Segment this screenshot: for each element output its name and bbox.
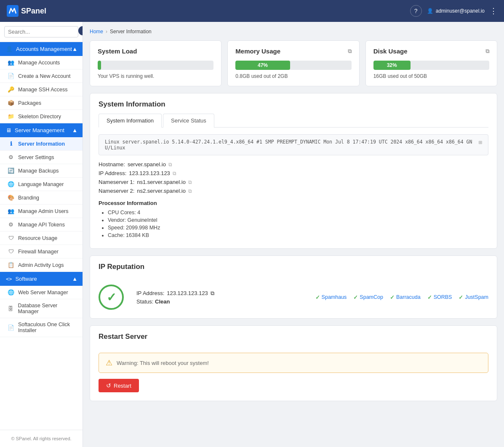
create-account-icon: 📄 (8, 73, 14, 79)
branding-label: Branding (18, 195, 39, 201)
breadcrumb: Home › Server Information (90, 29, 497, 35)
ip-copy-btn[interactable]: ⧉ (173, 170, 176, 176)
ip-rep-addr-value: 123.123.123.123 (167, 290, 208, 296)
sidebar-section-software[interactable]: <> Software ▲ (0, 272, 83, 286)
software-section-icon: <> (6, 276, 12, 282)
ip-status-value: Clean (155, 298, 170, 305)
sidebar-item-manage-accounts[interactable]: 👥 Manage Accounts (0, 56, 83, 69)
ns1-value: ns1.server.spanel.io (137, 179, 186, 185)
disk-usage-title: Disk Usage ⧉ (373, 48, 489, 55)
branding-icon: 🎨 (8, 194, 14, 201)
softaculous-icon: 📄 (8, 325, 14, 331)
sorbs-label: SORBS (434, 294, 452, 300)
logo-text: SPanel (21, 7, 46, 16)
accounts-chevron: ▲ (72, 46, 77, 52)
more-options-button[interactable]: ⋮ (490, 6, 497, 16)
ip-shield-check-icon: ✓ (107, 290, 116, 304)
hostname-copy-btn[interactable]: ⧉ (168, 162, 172, 168)
section-left-software: <> Software (6, 276, 37, 282)
barracuda-check-icon: ✓ (390, 294, 395, 301)
disk-copy-icon[interactable]: ⧉ (485, 48, 489, 55)
hostname-value: server.spanel.io (128, 161, 166, 168)
sidebar-footer: © SPanel. All rights reserved. (0, 430, 83, 447)
section-left-accounts: 👤 Accounts Management (6, 46, 72, 52)
logo: SPanel (7, 5, 46, 17)
software-chevron: ▲ (72, 276, 77, 282)
sidebar-section-server[interactable]: 🖥 Server Management ▲ (0, 123, 83, 137)
system-info-tabs: System Information Service Status (99, 114, 488, 128)
manage-admin-users-icon: 👥 (8, 208, 14, 214)
manage-api-tokens-icon: ⚙ (8, 221, 14, 228)
sidebar-item-create-account[interactable]: 📄 Create a New Account (0, 69, 83, 83)
sidebar-section-accounts[interactable]: 👤 Accounts Management ▲ (0, 42, 83, 56)
memory-percent: 47% (258, 62, 268, 68)
restart-title: Restart Server (99, 333, 488, 341)
proc-item-3: Cache: 16384 KB (108, 232, 488, 238)
search-input[interactable] (8, 29, 79, 35)
proc-item-2: Speed: 2099.998 MHz (108, 225, 488, 231)
ns1-copy-btn[interactable]: ⧉ (188, 179, 192, 185)
stats-row: System Load Your VPS is running well. Me… (90, 40, 497, 86)
ip-rep-addr-row: IP Address: 123.123.123.123 ⧉ (136, 290, 303, 297)
sidebar-item-skeleton-dir[interactable]: 📁 Skeleton Directory (0, 110, 83, 123)
activity-logs-icon: 📋 (8, 262, 14, 268)
sidebar-item-server-info[interactable]: ℹ Server Information (0, 137, 83, 151)
system-info-card-body: Linux server.spanel.io 5.14.0-427.24.1.e… (90, 128, 497, 248)
activity-logs-label: Admin Activity Logs (18, 262, 64, 268)
ip-status-label: Status: (136, 298, 153, 305)
restart-card-header: Restart Server (90, 326, 497, 341)
sidebar-item-manage-ssh[interactable]: 🔑 Manage SSH Access (0, 83, 83, 96)
ns1-label: Nameserver 1: (99, 179, 134, 185)
restart-button[interactable]: ↺ Restart (99, 379, 139, 392)
ip-rep-addr-label: IP Address: (136, 290, 164, 296)
barracuda-label: Barracuda (396, 294, 421, 300)
memory-copy-icon[interactable]: ⧉ (348, 48, 352, 55)
breadcrumb-current: Server Information (110, 29, 152, 35)
breadcrumb-home[interactable]: Home (90, 29, 103, 35)
spamcop-check-icon: ✓ (353, 294, 358, 301)
manage-accounts-icon: 👥 (8, 59, 14, 66)
sidebar-item-packages[interactable]: 📦 Packages (0, 96, 83, 110)
sidebar-item-activity-logs[interactable]: 📋 Admin Activity Logs (0, 258, 83, 272)
memory-used: 0.8GB used out of 2GB (235, 73, 351, 79)
sidebar-item-database-server-manager[interactable]: 🗄 Database Server Manager (0, 299, 83, 318)
ns2-value: ns2.server.spanel.io (137, 188, 186, 194)
disk-bar-bg: 32% (373, 61, 489, 70)
sidebar-item-web-server-manager[interactable]: 🌐 Web Server Manager (0, 286, 83, 299)
section-left-server: 🖥 Server Management (6, 127, 64, 133)
restart-icon: ↺ (106, 382, 111, 389)
help-icon: ? (414, 8, 418, 14)
memory-usage-card: Memory Usage ⧉ 47% 0.8GB used out of 2GB (227, 40, 359, 86)
hostname-row: Hostname: server.spanel.io ⧉ (99, 161, 488, 168)
firewall-manager-icon: 🛡 (8, 248, 14, 255)
user-info[interactable]: 👤 adminuser@spanel.io (427, 8, 485, 14)
ip-rep-copy-btn[interactable]: ⧉ (211, 290, 214, 297)
sidebar-item-resource-usage[interactable]: 🛡 Resource Usage (0, 231, 83, 245)
server-settings-label: Server Settings (18, 154, 54, 160)
manage-api-tokens-label: Manage API Tokens (18, 222, 65, 228)
softaculous-label: Softaculous One Click Installer (18, 322, 77, 333)
restart-button-label: Restart (114, 383, 131, 389)
system-load-status: Your VPS is running well. (98, 73, 213, 79)
tab-service-status[interactable]: Service Status (163, 114, 214, 128)
sidebar-item-language-manager[interactable]: 🌐 Language Manager (0, 178, 83, 191)
sidebar-item-manage-backups[interactable]: 🔄 Manage Backups (0, 164, 83, 178)
system-load-bar-bg (98, 61, 213, 70)
help-button[interactable]: ? (410, 5, 422, 17)
kernel-copy-icon[interactable]: ⊞ (479, 139, 482, 146)
sidebar-item-server-settings[interactable]: ⚙ Server Settings (0, 151, 83, 164)
ns2-copy-btn[interactable]: ⧉ (188, 188, 192, 194)
processor-title: Processor Information (99, 200, 488, 206)
tab-system-information[interactable]: System Information (99, 114, 162, 128)
sidebar-item-manage-admin-users[interactable]: 👥 Manage Admin Users (0, 205, 83, 218)
spanel-logo-icon (7, 5, 19, 17)
sidebar-item-manage-api-tokens[interactable]: ⚙ Manage API Tokens (0, 218, 83, 231)
ip-reputation-card: IP Reputation ✓ IP Address: 123.123.123.… (90, 255, 497, 319)
ip-label: IP Address: (99, 170, 126, 176)
sidebar-item-softaculous[interactable]: 📄 Softaculous One Click Installer (0, 318, 83, 337)
proc-item-1: Vendor: GenuineIntel (108, 217, 488, 223)
kernel-code-block: Linux server.spanel.io 5.14.0-427.24.1.e… (99, 134, 488, 155)
sidebar-item-firewall-manager[interactable]: 🛡 Firewall Manager (0, 245, 83, 258)
sidebar-item-branding[interactable]: 🎨 Branding (0, 191, 83, 205)
ip-shield-badge: ✓ (99, 285, 124, 310)
